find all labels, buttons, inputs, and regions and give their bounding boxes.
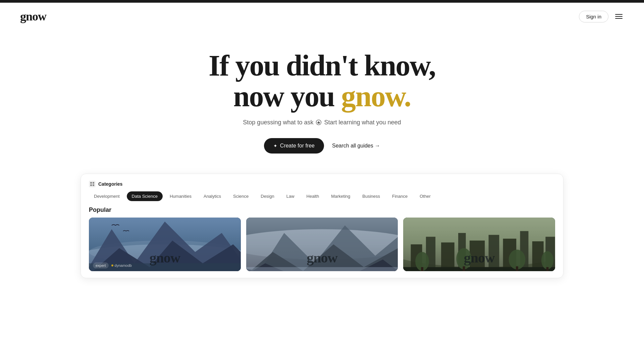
- categories-header: Categories: [89, 181, 555, 187]
- svg-rect-37: [516, 266, 518, 271]
- card-overlay-text-2: gnow: [246, 250, 398, 266]
- header: gnow Sign in: [0, 3, 644, 30]
- category-tabs: DevelopmentData ScienceHumanitiesAnalyti…: [89, 191, 555, 201]
- hero-subtitle-end: Start learning what you need: [324, 119, 401, 126]
- category-tab-science[interactable]: Science: [228, 191, 254, 201]
- card-badge-1: expert: [93, 262, 109, 268]
- create-btn-label: Create for free: [280, 143, 315, 149]
- menu-line-1: [615, 14, 623, 15]
- svg-rect-33: [421, 267, 424, 271]
- categories-label: Categories: [98, 181, 122, 187]
- category-tab-analytics[interactable]: Analytics: [199, 191, 226, 201]
- logo[interactable]: gnow: [20, 9, 46, 23]
- menu-button[interactable]: [614, 13, 624, 20]
- hero-title-line2: now you gnow.: [209, 81, 435, 112]
- svg-rect-18: [246, 267, 398, 271]
- category-tab-data-science[interactable]: Data Science: [127, 191, 163, 201]
- guide-card-1[interactable]: gnow expert dynamodb: [89, 218, 241, 271]
- guide-card-3[interactable]: gnow: [403, 218, 555, 271]
- search-guides-link[interactable]: Search all guides →: [332, 143, 380, 149]
- svg-rect-1: [90, 182, 92, 184]
- svg-rect-3: [90, 184, 92, 186]
- category-tab-marketing[interactable]: Marketing: [326, 191, 355, 201]
- top-bar: [0, 0, 644, 3]
- categories-icon: [89, 181, 96, 187]
- card-overlay-text-3: gnow: [403, 250, 555, 266]
- category-tab-humanities[interactable]: Humanities: [165, 191, 197, 201]
- cards-grid: gnow expert dynamodb: [89, 218, 555, 271]
- sign-in-button[interactable]: Sign in: [579, 11, 608, 22]
- header-right: Sign in: [579, 11, 624, 22]
- card-tag-label-1: dynamodb: [115, 263, 132, 267]
- card-footer-1: expert dynamodb: [93, 262, 237, 268]
- category-tab-finance[interactable]: Finance: [387, 191, 413, 201]
- category-tab-design[interactable]: Design: [256, 191, 279, 201]
- sparkle-icon: ✦: [273, 143, 277, 148]
- category-tab-law[interactable]: Law: [281, 191, 300, 201]
- hero-subtitle: Stop guessing what to ask Start learning…: [243, 119, 401, 126]
- svg-rect-4: [93, 184, 94, 186]
- popular-label: Popular: [89, 206, 555, 214]
- svg-rect-39: [546, 267, 549, 271]
- svg-rect-35: [463, 266, 465, 271]
- category-tab-development[interactable]: Development: [89, 191, 125, 201]
- hero-title-line1: If you didn't know,: [209, 50, 435, 81]
- category-tab-business[interactable]: Business: [357, 191, 385, 201]
- svg-rect-2: [93, 182, 94, 184]
- menu-line-3: [615, 18, 623, 19]
- menu-line-2: [615, 16, 623, 17]
- category-tab-health[interactable]: Health: [302, 191, 324, 201]
- hero-title-line2-start: now you: [233, 80, 341, 113]
- hero-brand-highlight: gnow.: [341, 80, 411, 113]
- card-tag-1: dynamodb: [111, 263, 132, 267]
- category-tab-other[interactable]: Other: [415, 191, 436, 201]
- hero-title: If you didn't know, now you gnow.: [209, 50, 435, 112]
- hero-subtitle-text: Stop guessing what to ask: [243, 119, 313, 126]
- hero-actions: ✦ Create for free Search all guides →: [264, 138, 380, 154]
- content-card: Categories DevelopmentData ScienceHumani…: [80, 174, 564, 278]
- guide-card-2[interactable]: gnow: [246, 218, 398, 271]
- tag-dot-1: [111, 264, 113, 266]
- create-for-free-button[interactable]: ✦ Create for free: [264, 138, 324, 154]
- hero-section: If you didn't know, now you gnow. Stop g…: [0, 30, 644, 167]
- openai-icon: [315, 119, 322, 126]
